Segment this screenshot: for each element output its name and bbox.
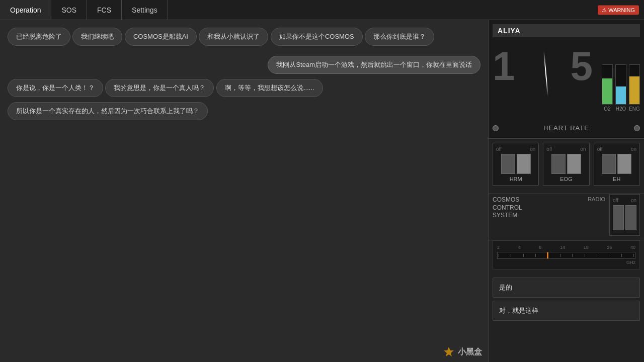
- tick-12: [633, 254, 634, 257]
- toggle-row: off on HRM off on: [493, 143, 640, 186]
- chat-option-10[interactable]: 所以你是一个真实存在的人，然后因为一次巧合联系上我了吗？: [8, 102, 208, 120]
- vital-number-left: 1: [493, 46, 515, 86]
- ecg-line: [543, 51, 548, 97]
- tick-6: [560, 254, 560, 257]
- o2-label: O2: [604, 106, 610, 112]
- eng-bar-container: ENG: [629, 64, 640, 112]
- tab-settings[interactable]: Settings: [122, 0, 168, 20]
- aliya-section: ALIYA 1 5 O2: [489, 20, 644, 139]
- chat-option-9[interactable]: 啊，等等，我想想该怎么说......: [216, 79, 323, 97]
- hrm-switch-area[interactable]: [501, 154, 531, 174]
- response-option-2[interactable]: 对，就是这样: [493, 301, 640, 321]
- freq-8: 8: [539, 245, 541, 250]
- eh-off-label: off: [597, 146, 603, 152]
- eh-on-btn[interactable]: [617, 154, 631, 174]
- frequency-scale: 2 4 8 14 18 26 40: [497, 245, 635, 250]
- eng-label: ENG: [629, 106, 640, 112]
- cosmos-label: COSMOS CONTROL SYSTEM: [493, 194, 522, 220]
- h2o-bar-container: H2O: [615, 64, 626, 112]
- chat-option-7[interactable]: 你是说，你是一个人类！？: [8, 79, 103, 97]
- eog-name: EOG: [560, 176, 572, 182]
- eng-bar-fill: [629, 76, 639, 104]
- chat-option-4[interactable]: 和我从小就认识了: [199, 28, 268, 46]
- right-panel: ALIYA 1 5 O2: [488, 20, 644, 362]
- eh-switch-area[interactable]: [602, 154, 631, 174]
- aliya-title: ALIYA: [493, 24, 640, 37]
- chat-area: 已经脱离危险了 我们继续吧 COSMOS是船载AI 和我从小就认识了 如果你不是…: [0, 20, 488, 362]
- chat-option-2[interactable]: 我们继续吧: [72, 28, 122, 46]
- tick-8: [585, 254, 585, 257]
- cosmos-switch-area[interactable]: [613, 205, 636, 230]
- top-navigation: Operation SOS FCS Settings ⚠ WARNING: [0, 0, 644, 20]
- freq-40: 40: [630, 245, 635, 250]
- o2-bar-fill: [602, 78, 612, 104]
- cosmos-line1: COSMOS: [493, 196, 522, 204]
- hrm-toggle-box: off on HRM: [493, 143, 539, 186]
- chat-option-1[interactable]: 已经脱离危险了: [8, 28, 70, 46]
- h2o-bar-track: [615, 64, 626, 105]
- tick-11: [621, 254, 622, 257]
- hrm-toggle-labels: off on: [496, 146, 535, 152]
- warning-badge: ⚠ WARNING: [598, 5, 639, 15]
- heart-rate-row: HEART RATE: [493, 122, 640, 134]
- freq-14: 14: [560, 245, 565, 250]
- eog-switch-area[interactable]: [551, 154, 581, 174]
- eng-bar-track: [629, 64, 640, 105]
- chat-option-6[interactable]: 那么你到底是谁？: [365, 28, 434, 46]
- h2o-label: H2O: [616, 106, 626, 112]
- hrm-on-label: on: [530, 146, 535, 152]
- eog-toggle-labels: off on: [546, 146, 586, 152]
- cosmos-line3: SYSTEM: [493, 212, 522, 220]
- frequency-slider[interactable]: [497, 252, 635, 259]
- eh-off-btn[interactable]: [602, 154, 616, 174]
- chat-option-5[interactable]: 如果你不是这个COSMOS: [271, 28, 363, 46]
- freq-26: 26: [607, 245, 612, 250]
- eog-off-label: off: [546, 146, 552, 152]
- freq-2: 2: [497, 245, 500, 250]
- logo-icon: [443, 346, 455, 358]
- bar-indicators: O2 H2O ENG: [602, 41, 640, 122]
- cosmos-section: COSMOS CONTROL SYSTEM RADIO off on: [489, 194, 644, 240]
- main-layout: 已经脱离危险了 我们继续吧 COSMOS是船载AI 和我从小就认识了 如果你不是…: [0, 20, 644, 362]
- cosmos-off-btn[interactable]: [613, 205, 624, 230]
- heart-rate-dot-right: [634, 125, 640, 131]
- tick-1: [499, 254, 499, 257]
- aliya-vitals: 1 5 O2 H2O: [493, 41, 640, 122]
- frequency-ticks: [498, 252, 635, 258]
- watermark-text: 小黑盒: [458, 347, 482, 357]
- player-message: 我刚从Steam启动一个游戏，然后就跳出一个窗口，你就在里面说话: [268, 56, 480, 74]
- eog-on-label: on: [581, 146, 586, 152]
- chat-option-3[interactable]: COSMOS是船载AI: [125, 28, 197, 46]
- tab-operation[interactable]: Operation: [0, 0, 51, 20]
- tab-fcs[interactable]: FCS: [87, 0, 122, 20]
- controls-section: off on HRM off on: [489, 139, 644, 194]
- freq-4: 4: [518, 245, 521, 250]
- tick-3: [523, 254, 524, 257]
- eh-toggle-box: off on EH: [594, 143, 640, 186]
- heart-rate-label: HEART RATE: [503, 124, 630, 132]
- cosmos-radio-label: RADIO: [588, 194, 605, 202]
- tab-sos[interactable]: SOS: [51, 0, 87, 20]
- eog-off-btn[interactable]: [551, 154, 566, 174]
- cosmos-line2: CONTROL: [493, 204, 522, 212]
- o2-bar-container: O2: [602, 64, 613, 112]
- frequency-section: 2 4 8 14 18 26 40: [493, 240, 640, 269]
- tick-2: [511, 254, 511, 257]
- hrm-on-btn[interactable]: [517, 154, 531, 174]
- frequency-needle: [547, 252, 548, 258]
- chat-option-8[interactable]: 我的意思是，你是一个真人吗？: [105, 79, 214, 97]
- eh-name: EH: [613, 176, 620, 182]
- cosmos-on-btn[interactable]: [625, 205, 636, 230]
- eog-on-btn[interactable]: [567, 154, 581, 174]
- svg-marker-0: [444, 347, 454, 356]
- cosmos-toggle-labels: off on: [613, 198, 636, 203]
- hrm-off-label: off: [496, 146, 502, 152]
- cosmos-on-label: on: [631, 198, 636, 203]
- response-option-1[interactable]: 是的: [493, 278, 640, 298]
- tick-9: [597, 254, 597, 257]
- hrm-name: HRM: [510, 176, 522, 182]
- hrm-off-btn[interactable]: [501, 154, 515, 174]
- eog-toggle-box: off on EOG: [543, 143, 589, 186]
- watermark: 小黑盒: [443, 346, 482, 358]
- vital-number-right: 5: [571, 46, 593, 86]
